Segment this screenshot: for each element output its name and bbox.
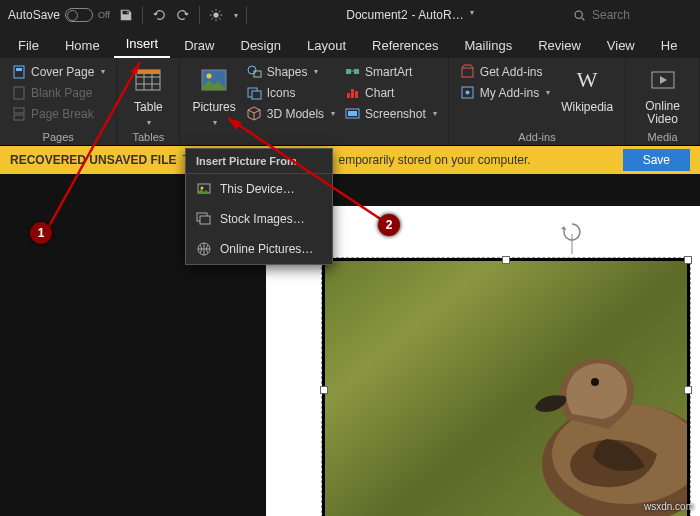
my-addins-button[interactable]: My Add-ins▾	[457, 83, 553, 102]
device-icon	[196, 181, 212, 197]
annotation-arrow	[40, 56, 150, 236]
online-video-button[interactable]: Online Video	[634, 62, 691, 129]
svg-rect-15	[346, 69, 351, 74]
autosave-state: Off	[98, 10, 110, 20]
store-icon	[460, 64, 475, 79]
svg-point-1	[575, 11, 582, 18]
group-addins: Get Add-ins My Add-ins▾ W Wikipedia Add-…	[448, 58, 626, 145]
svg-rect-3	[16, 68, 22, 71]
svg-marker-36	[130, 62, 140, 74]
duck-image	[477, 324, 687, 516]
tab-review[interactable]: Review	[526, 33, 593, 58]
globe-icon	[196, 241, 212, 257]
watermark: wsxdn.com	[644, 501, 694, 512]
chevron-down-icon[interactable]: ▾	[470, 8, 474, 22]
get-addins-button[interactable]: Get Add-ins	[457, 62, 553, 81]
toggle-switch-icon[interactable]	[65, 8, 93, 22]
chart-button[interactable]: Chart	[342, 83, 440, 102]
tab-home[interactable]: Home	[53, 33, 112, 58]
callout-2: 2	[378, 214, 400, 236]
tab-mailings[interactable]: Mailings	[453, 33, 525, 58]
resize-handle[interactable]	[502, 256, 510, 264]
doc-name: Document2	[346, 8, 407, 22]
title-bar: AutoSave Off ▾ Document2 - AutoR… ▾	[0, 0, 700, 30]
svg-rect-18	[351, 89, 354, 98]
svg-rect-4	[14, 87, 24, 99]
rotate-handle-icon[interactable]	[560, 220, 584, 256]
tab-design[interactable]: Design	[229, 33, 293, 58]
picture-icon	[198, 64, 230, 96]
svg-rect-5	[14, 108, 24, 113]
group-label: Add-ins	[457, 129, 617, 143]
svg-rect-17	[347, 93, 350, 98]
smartart-icon	[345, 64, 360, 79]
tab-insert[interactable]: Insert	[114, 31, 171, 58]
video-icon	[647, 64, 679, 96]
icons-button[interactable]: Icons	[244, 83, 338, 102]
addins-icon	[460, 85, 475, 100]
wikipedia-icon: W	[571, 64, 603, 96]
svg-rect-2	[14, 66, 24, 78]
svg-line-37	[228, 118, 385, 222]
undo-icon[interactable]	[151, 7, 167, 23]
redo-icon[interactable]	[175, 7, 191, 23]
svg-point-0	[213, 12, 218, 17]
annotation-arrow	[222, 112, 392, 230]
tab-layout[interactable]: Layout	[295, 33, 358, 58]
document-title: Document2 - AutoR… ▾	[255, 8, 565, 22]
svg-point-24	[465, 91, 469, 95]
chevron-down-icon[interactable]: ▾	[234, 11, 238, 20]
svg-rect-6	[14, 115, 24, 120]
save-icon[interactable]	[118, 7, 134, 23]
break-icon	[11, 106, 26, 121]
search-icon	[573, 9, 586, 22]
svg-rect-22	[462, 68, 473, 77]
chart-icon	[345, 85, 360, 100]
svg-rect-19	[355, 91, 358, 98]
search-input[interactable]	[592, 8, 692, 22]
recovery-save-button[interactable]: Save	[623, 149, 690, 171]
tab-draw[interactable]: Draw	[172, 33, 226, 58]
icons-icon	[247, 85, 262, 100]
tab-file[interactable]: File	[6, 33, 51, 58]
svg-marker-38	[228, 118, 242, 130]
tab-help[interactable]: He	[649, 33, 690, 58]
resize-handle[interactable]	[320, 386, 328, 394]
svg-rect-14	[252, 91, 261, 99]
image-frame[interactable]	[322, 258, 690, 516]
group-media: Online Video Media	[626, 58, 700, 145]
tab-references[interactable]: References	[360, 33, 450, 58]
dropdown-item-online-pictures[interactable]: Online Pictures…	[186, 234, 332, 264]
shapes-button[interactable]: Shapes▾	[244, 62, 338, 81]
svg-rect-16	[354, 69, 359, 74]
autosave-label: AutoSave	[8, 8, 60, 22]
svg-rect-29	[200, 216, 210, 224]
doc-suffix: - AutoR…	[412, 8, 464, 22]
menu-tabs: File Home Insert Draw Design Layout Refe…	[0, 30, 700, 58]
svg-point-11	[248, 66, 256, 74]
wikipedia-button[interactable]: W Wikipedia	[557, 62, 617, 129]
page-icon	[11, 64, 26, 79]
svg-line-35	[48, 62, 140, 228]
autosave-toggle[interactable]: AutoSave Off	[8, 8, 110, 22]
stock-icon	[196, 211, 212, 227]
svg-point-10	[207, 74, 212, 79]
shapes-icon	[247, 64, 262, 79]
search-box[interactable]	[573, 8, 692, 22]
brightness-icon[interactable]	[208, 7, 224, 23]
page-icon	[11, 85, 26, 100]
tab-view[interactable]: View	[595, 33, 647, 58]
group-label: Media	[634, 129, 691, 143]
svg-point-34	[591, 378, 599, 386]
resize-handle[interactable]	[684, 256, 692, 264]
callout-1: 1	[30, 222, 52, 244]
smartart-button[interactable]: SmartArt	[342, 62, 440, 81]
